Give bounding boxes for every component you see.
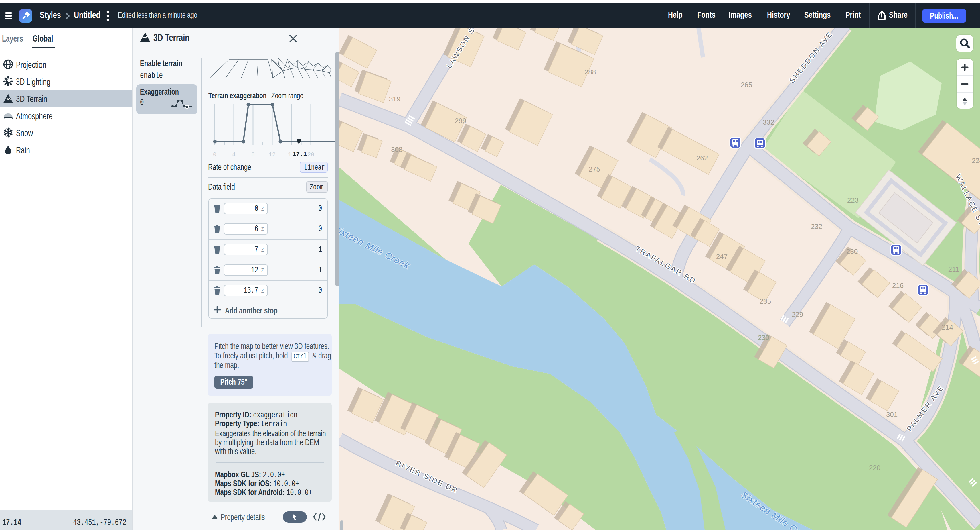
svg-text:216: 216 <box>892 282 904 289</box>
svg-text:20: 20 <box>307 151 314 158</box>
svg-text:17.1: 17.1 <box>293 151 307 158</box>
svg-text:319: 319 <box>389 95 401 103</box>
svg-text:230: 230 <box>846 247 858 255</box>
svg-text:247: 247 <box>716 253 727 260</box>
svg-text:214: 214 <box>942 323 953 331</box>
svg-text:220: 220 <box>869 464 880 472</box>
svg-text:230: 230 <box>758 334 769 342</box>
svg-text:265: 265 <box>741 81 752 89</box>
svg-text:299: 299 <box>455 117 466 125</box>
svg-text:275: 275 <box>589 165 600 173</box>
svg-text:8: 8 <box>251 151 255 158</box>
svg-text:4: 4 <box>232 151 235 158</box>
svg-text:262: 262 <box>696 154 708 162</box>
svg-text:224: 224 <box>972 157 980 164</box>
svg-text:229: 229 <box>792 311 803 318</box>
svg-text:223: 223 <box>847 196 859 204</box>
svg-text:235: 235 <box>760 297 771 305</box>
svg-text:332: 332 <box>763 118 774 126</box>
svg-text:211: 211 <box>948 265 959 273</box>
svg-text:288: 288 <box>584 68 596 76</box>
svg-text:232: 232 <box>811 223 822 230</box>
svg-text:0: 0 <box>213 151 216 158</box>
svg-text:308: 308 <box>391 145 402 153</box>
svg-text:301: 301 <box>886 410 897 418</box>
svg-text:12: 12 <box>269 151 275 158</box>
